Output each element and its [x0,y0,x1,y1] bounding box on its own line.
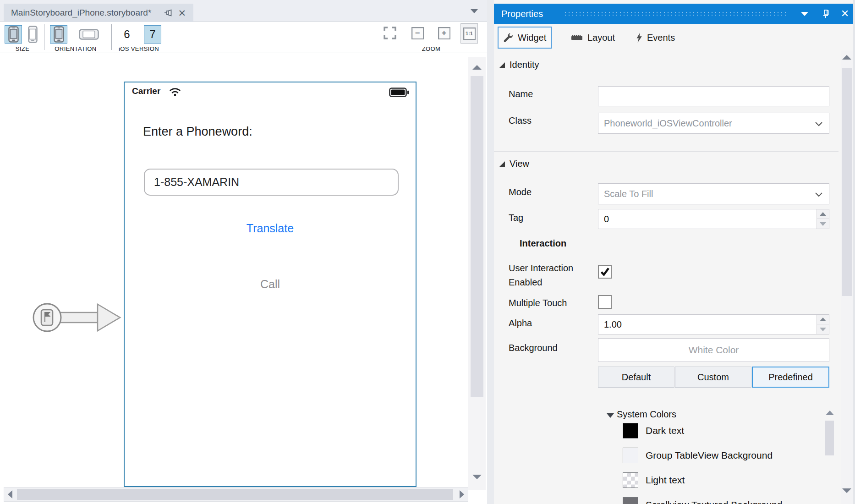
background-default-button[interactable]: Default [598,367,674,388]
tab-events[interactable]: Events [631,27,680,49]
class-combobox[interactable]: Phoneworld_iOSViewController [598,113,829,134]
design-surface: Carrier Enter a Phoneword: Translate Cal… [0,53,487,504]
carrier-label: Carrier [132,86,160,96]
mode-combobox[interactable]: Scale To Fill [598,183,829,204]
translate-button[interactable]: Translate [125,222,416,235]
spin-up-button[interactable] [817,209,829,219]
phoneword-textfield[interactable] [144,169,399,196]
ruler-icon [571,34,583,41]
ios7-button[interactable]: 7 [144,25,161,44]
spin-down-button[interactable] [817,324,829,334]
spin-up-button[interactable] [817,315,829,324]
scroll-up-icon[interactable] [842,55,851,60]
identity-expander-icon[interactable] [499,62,505,68]
close-icon[interactable]: ✕ [837,4,853,24]
identity-header[interactable]: Identity [510,60,539,70]
scroll-up-icon[interactable] [472,65,482,70]
fit-to-screen-icon [384,27,396,39]
zoom-out-button[interactable]: − [411,26,424,40]
system-colors-header[interactable]: System Colors [617,409,676,420]
pane-splitter[interactable] [487,0,494,504]
pin-icon[interactable] [163,8,173,18]
tag-input[interactable] [598,209,816,229]
phoneword-prompt-label[interactable]: Enter a Phoneword: [143,125,252,139]
window-menu-icon[interactable] [796,4,813,24]
properties-tabs: Widget Layout Events [494,26,855,49]
tab-storyboard[interactable]: MainStoryboard_iPhone.storyboard* ✕ [4,4,193,22]
battery-icon [389,88,409,99]
scroll-right-icon[interactable] [460,490,464,499]
tab-label: Widget [518,33,546,43]
wrench-icon [503,33,513,43]
plus-icon: + [438,27,450,39]
orientation-landscape-button[interactable] [77,25,101,44]
size-large-button[interactable] [24,25,41,44]
color-swatch [623,472,638,488]
zoom-actual-size-button[interactable]: 1:1 [460,23,478,44]
designer-toolbar: SIZE ORIENTATION 6 7 iOS VERSION [0,22,487,53]
multiple-touch-label: Multiple Touch [509,298,567,308]
chevron-down-icon [815,118,822,129]
scrollbar-thumb[interactable] [842,68,852,296]
size-small-button[interactable] [5,25,22,44]
background-label: Background [509,343,558,353]
user-interaction-checkbox[interactable] [598,265,612,279]
ios-version-label: iOS VERSION [119,45,159,52]
tab-list-dropdown-icon[interactable] [471,9,478,13]
tab-layout[interactable]: Layout [566,27,619,49]
zoom-label: ZOOM [422,45,441,52]
color-list-scrollbar-thumb[interactable] [825,421,834,455]
scrollbar-thumb[interactable] [471,76,483,397]
background-predefined-button[interactable]: Predefined [752,367,829,388]
spin-down-button[interactable] [817,219,829,229]
alpha-input[interactable] [598,315,816,334]
toolbar-separator [44,24,44,50]
zoom-fit-button[interactable] [383,26,397,40]
drag-grip [564,11,787,16]
scrollbar-thumb[interactable] [17,489,453,500]
wifi-icon [169,88,181,99]
view-expander-icon[interactable] [499,161,505,167]
scroll-left-icon[interactable] [8,490,12,499]
orientation-portrait-button[interactable] [50,25,67,44]
zoom-in-button[interactable]: + [437,26,451,40]
name-label: Name [509,89,533,99]
phone-landscape-icon [79,29,99,40]
tag-stepper [598,209,829,229]
color-item-light-text[interactable]: Light text [623,472,824,488]
iphone-design-canvas[interactable]: Carrier Enter a Phoneword: Translate Cal… [124,82,417,487]
color-item-dark-text[interactable]: Dark text [623,423,824,438]
design-vertical-scrollbar[interactable] [468,57,486,490]
multiple-touch-checkbox[interactable] [598,295,612,309]
properties-scrollbar[interactable] [841,50,853,504]
properties-panel: Properties ✕ Widget Layout [494,0,855,504]
minus-icon: − [411,27,424,39]
pin-icon[interactable] [817,4,834,24]
design-horizontal-scrollbar[interactable] [4,487,468,502]
lightning-icon [636,33,642,43]
tab-widget[interactable]: Widget [498,27,552,49]
editor-pane: MainStoryboard_iPhone.storyboard* ✕ SIZE [0,0,487,504]
phone-tall-icon [28,26,38,43]
color-list-scroll-up-icon[interactable] [826,411,834,415]
section-divider [494,151,839,152]
properties-titlebar[interactable]: Properties ✕ [494,4,855,24]
background-custom-button[interactable]: Custom [675,367,751,388]
name-input[interactable] [598,86,829,106]
one-to-one-icon: 1:1 [463,27,476,40]
check-icon [599,266,610,277]
color-item-scrollview-textured-background[interactable]: Scrollview Textured Background [623,497,824,504]
system-colors-expander-icon[interactable] [607,413,614,418]
call-button[interactable]: Call [125,278,416,291]
scene-entry-arrow[interactable] [29,299,122,341]
orientation-label: ORIENTATION [55,45,96,52]
tag-label: Tag [509,213,523,223]
scroll-down-icon[interactable] [472,475,482,479]
view-header[interactable]: View [510,159,529,169]
background-color-well[interactable]: White Color [598,338,829,362]
close-icon[interactable]: ✕ [177,8,187,18]
panel-right-edge [853,0,855,504]
color-item-group-tableview-background[interactable]: Group TableView Background [623,448,824,463]
scroll-down-icon[interactable] [842,488,851,493]
ios6-button[interactable]: 6 [118,25,136,44]
